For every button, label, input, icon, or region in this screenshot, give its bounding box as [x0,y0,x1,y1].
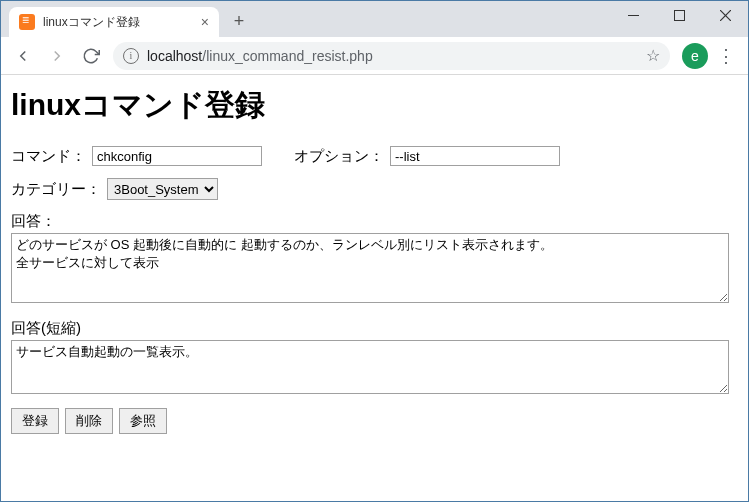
form-buttons: 登録 削除 参照 [11,408,738,434]
url-display: localhost/linux_command_resist.php [147,48,373,64]
xampp-favicon-icon [19,14,35,30]
category-select[interactable]: 3Boot_System [107,178,218,200]
option-label: オプション： [294,147,384,166]
register-button[interactable]: 登録 [11,408,59,434]
page-heading: linuxコマンド登録 [11,85,738,126]
close-tab-icon[interactable]: × [201,15,209,29]
answer-short-label: 回答(短縮) [11,319,738,338]
tab-strip: linuxコマンド登録 × + [9,1,253,37]
omnibox[interactable]: i localhost/linux_command_resist.php ☆ [113,42,670,70]
reference-button[interactable]: 参照 [119,408,167,434]
command-label: コマンド： [11,147,86,166]
address-bar: i localhost/linux_command_resist.php ☆ e… [1,37,748,75]
answer-label: 回答： [11,212,738,231]
back-button[interactable] [7,40,39,72]
browser-titlebar: linuxコマンド登録 × + [1,1,748,37]
chrome-menu-button[interactable]: ⋮ [710,45,742,67]
answer-textarea[interactable] [11,233,729,303]
bookmark-star-icon[interactable]: ☆ [646,46,660,65]
answer-short-textarea[interactable] [11,340,729,394]
command-input[interactable] [92,146,262,166]
new-tab-button[interactable]: + [225,7,253,35]
reload-button[interactable] [75,40,107,72]
delete-button[interactable]: 削除 [65,408,113,434]
minimize-button[interactable] [610,1,656,29]
tab-title: linuxコマンド登録 [43,14,193,31]
option-input[interactable] [390,146,560,166]
page-content: linuxコマンド登録 コマンド： オプション： カテゴリー： 3Boot_Sy… [1,75,748,438]
window-controls [610,1,748,37]
forward-button[interactable] [41,40,73,72]
maximize-button[interactable] [656,1,702,29]
browser-tab[interactable]: linuxコマンド登録 × [9,7,219,37]
site-info-icon[interactable]: i [123,48,139,64]
svg-rect-1 [674,10,684,20]
close-window-button[interactable] [702,1,748,29]
profile-avatar[interactable]: e [682,43,708,69]
category-label: カテゴリー： [11,180,101,199]
